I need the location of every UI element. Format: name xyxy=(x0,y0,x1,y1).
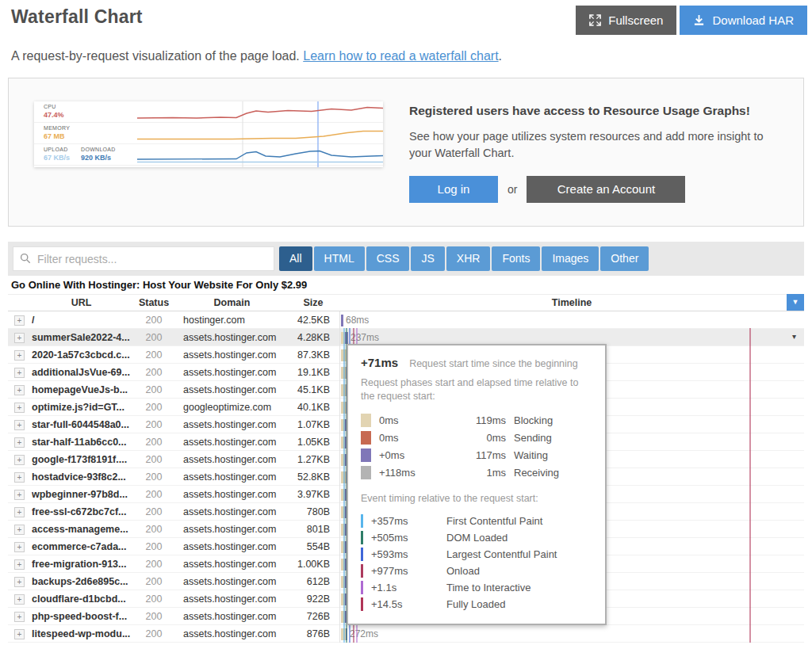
request-domain: assets.hostinger.com xyxy=(177,349,287,361)
phase-row: 0ms 0ms Sending xyxy=(361,429,592,447)
phase-row: 0ms 119ms Blocking xyxy=(361,412,592,429)
request-status: 200 xyxy=(131,402,177,413)
tab-fonts[interactable]: Fonts xyxy=(492,246,540,271)
event-row: +977ms Onload xyxy=(361,563,592,579)
expand-row-icon[interactable]: + xyxy=(14,385,25,395)
phase-row: +0ms 117ms Waiting xyxy=(361,447,592,464)
event-color-bar xyxy=(361,581,363,594)
phase-duration: 119ms xyxy=(442,414,506,426)
event-time: +977ms xyxy=(371,565,446,577)
download-har-button[interactable]: Download HAR xyxy=(680,6,807,35)
request-status: 200 xyxy=(131,489,177,500)
timeline-bar xyxy=(341,437,347,448)
request-status: 200 xyxy=(131,524,177,535)
expand-row-icon[interactable]: + xyxy=(14,403,25,413)
event-name: DOM Loaded xyxy=(446,532,508,544)
request-status: 200 xyxy=(131,419,177,430)
column-status: Status xyxy=(131,297,177,308)
expand-row-icon[interactable]: + xyxy=(14,315,25,326)
expand-row-icon[interactable]: + xyxy=(14,612,25,622)
request-status: 200 xyxy=(131,454,177,465)
expand-row-icon[interactable]: + xyxy=(14,472,25,483)
waterfall-help-link[interactable]: Learn how to read a waterfall chart xyxy=(303,49,498,63)
column-timeline: Timeline xyxy=(339,297,804,308)
create-account-button[interactable]: Create an Account xyxy=(527,176,685,203)
request-status: 200 xyxy=(131,437,177,448)
table-row[interactable]: + litespeed-wp-modu... 200 assets.hostin… xyxy=(8,625,804,643)
tab-xhr[interactable]: XHR xyxy=(446,246,491,271)
request-url: free-ssl-c672bc7cf... xyxy=(32,506,131,517)
request-domain: assets.hostinger.com xyxy=(177,471,287,483)
request-url: litespeed-wp-modu... xyxy=(32,628,131,639)
expand-row-icon[interactable]: + xyxy=(14,333,25,343)
phase-row: +118ms 1ms Receiving xyxy=(361,464,592,482)
promo-heading: Registered users have access to Resource… xyxy=(409,104,779,118)
expand-row-icon[interactable]: + xyxy=(14,559,25,570)
expand-row-icon[interactable]: + xyxy=(14,455,25,465)
tab-html[interactable]: HTML xyxy=(314,246,365,271)
table-row[interactable]: + / 200 hostinger.com 42.5KB 68ms xyxy=(8,311,804,329)
request-url: 2020-1a57c3cbcd.c... xyxy=(32,349,131,361)
expand-row-icon[interactable]: + xyxy=(14,577,25,587)
download-label: Download HAR xyxy=(712,13,794,27)
login-button[interactable]: Log in xyxy=(409,176,498,203)
phase-color-swatch xyxy=(361,448,371,462)
request-domain: assets.hostinger.com xyxy=(177,559,287,570)
expand-row-icon[interactable]: + xyxy=(14,525,25,535)
event-name: Fully Loaded xyxy=(446,598,505,610)
request-domain: assets.hostinger.com xyxy=(177,419,287,430)
column-url: URL xyxy=(32,297,131,308)
request-size: 19.1KB xyxy=(287,367,339,378)
tab-css[interactable]: CSS xyxy=(366,246,410,271)
download-stat-label: DOWNLOAD 920 KB/s xyxy=(81,147,116,162)
request-domain: assets.hostinger.com xyxy=(177,384,287,395)
request-size: 876B xyxy=(287,628,339,639)
tab-other[interactable]: Other xyxy=(600,246,649,271)
request-size: 45.1KB xyxy=(287,384,339,395)
timeline-options-dropdown[interactable]: ▼ xyxy=(787,294,804,311)
event-color-bar xyxy=(361,514,363,528)
expand-row-icon[interactable]: + xyxy=(14,368,25,378)
request-timeline-cell[interactable]: 272ms xyxy=(339,625,804,643)
request-url: additionalJsVue-69... xyxy=(32,367,131,378)
request-domain: googleoptimize.com xyxy=(177,402,287,413)
timeline-duration-label: 68ms xyxy=(346,315,369,326)
request-timeline-cell[interactable]: 68ms xyxy=(339,311,804,329)
request-url: free-migration-913... xyxy=(32,559,131,570)
request-size: 52.8KB xyxy=(287,471,339,483)
column-domain: Domain xyxy=(177,297,287,308)
tab-js[interactable]: JS xyxy=(411,246,444,271)
request-url: star-full-6044548a0... xyxy=(32,419,131,430)
timeline-bar xyxy=(341,332,348,344)
timeline-bar xyxy=(341,628,347,640)
expand-row-icon[interactable]: + xyxy=(14,507,25,517)
timeline-bar xyxy=(341,315,343,326)
request-size: 1.05KB xyxy=(287,437,339,448)
request-size: 1.00KB xyxy=(287,559,339,570)
tab-images[interactable]: Images xyxy=(542,246,599,271)
expand-row-icon[interactable]: + xyxy=(14,490,25,500)
phase-name: Sending xyxy=(514,432,552,444)
expand-row-icon[interactable]: + xyxy=(14,350,25,361)
fullscreen-label: Fullscreen xyxy=(608,13,663,27)
expand-row-icon[interactable]: + xyxy=(14,629,25,639)
event-time: +505ms xyxy=(371,532,446,544)
timeline-bar xyxy=(341,506,347,518)
phase-start: 0ms xyxy=(379,432,442,444)
expand-row-icon[interactable]: + xyxy=(14,594,25,605)
filter-requests-input[interactable] xyxy=(13,246,274,271)
expand-row-icon[interactable]: + xyxy=(14,437,25,448)
event-row: +1.1s Time to Interactive xyxy=(361,579,592,596)
expand-row-icon[interactable]: + xyxy=(14,420,25,430)
expand-row-icon[interactable]: + xyxy=(14,542,25,552)
fullscreen-button[interactable]: Fullscreen xyxy=(576,6,676,35)
page-title: Waterfall Chart xyxy=(11,6,143,28)
timeline-bar xyxy=(341,559,347,571)
table-header: URL Status Domain Size Timeline ▼ xyxy=(8,295,804,311)
request-domain: hostinger.com xyxy=(177,315,287,326)
request-status: 200 xyxy=(131,611,177,622)
request-size: 780B xyxy=(287,506,339,517)
row-dropdown-caret[interactable]: ▾ xyxy=(792,332,796,341)
tab-all[interactable]: All xyxy=(279,246,312,271)
event-row: +357ms First Contentful Paint xyxy=(361,513,592,529)
